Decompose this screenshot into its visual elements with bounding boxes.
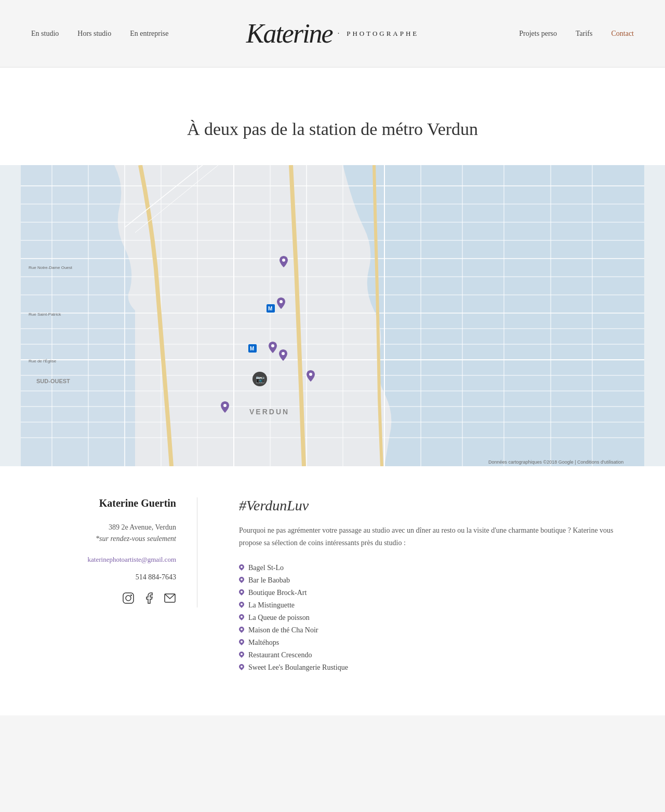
map-svg: Rue Notre-Dame Ouest Rue Saint-Patrick R… — [0, 165, 665, 466]
svg-text:📷: 📷 — [256, 375, 265, 384]
list-item: Sweet Lee's Boulangerie Rustique — [239, 661, 623, 674]
list-item: Maison de thé Cha Noir — [239, 624, 623, 637]
svg-text:M: M — [268, 306, 272, 312]
svg-point-44 — [280, 300, 283, 303]
svg-rect-52 — [123, 593, 134, 603]
list-item: Restaurant Crescendo — [239, 649, 623, 661]
place-name: Restaurant Crescendo — [248, 651, 312, 659]
nav-left: En studio Hors studio En entreprise — [31, 30, 168, 38]
place-name: Maltéhops — [248, 639, 279, 647]
list-pin-icon — [239, 639, 244, 646]
svg-text:Données cartographiques ©2018 : Données cartographiques ©2018 Google | C… — [488, 459, 623, 465]
hero-section: À deux pas de la station de métro Verdun — [0, 99, 665, 165]
nav-right: Projets perso Tarifs Contact — [519, 30, 634, 38]
verdun-title: #VerdunLuv — [239, 497, 623, 514]
list-pin-icon — [239, 602, 244, 609]
list-pin-icon — [239, 577, 244, 584]
hero-title: À deux pas de la station de métro Verdun — [31, 119, 634, 139]
list-pin-icon — [239, 589, 244, 597]
svg-text:M: M — [250, 346, 254, 351]
verdun-list: Bagel St-Lo Bar le Baobab Boutique Brock… — [239, 562, 623, 674]
svg-point-54 — [130, 594, 132, 596]
contact-address: 389 2e Avenue, Verdun *sur rendez-vous s… — [42, 522, 176, 545]
email-link[interactable] — [164, 592, 176, 607]
svg-text:Rue Saint-Patrick: Rue Saint-Patrick — [29, 312, 61, 317]
list-item: Maltéhops — [239, 637, 623, 649]
list-item: La Queue de poisson — [239, 612, 623, 624]
svg-point-43 — [282, 259, 285, 262]
list-pin-icon — [239, 664, 244, 671]
list-pin-icon — [239, 652, 244, 659]
instagram-link[interactable] — [122, 592, 135, 607]
logo-separator: · — [338, 30, 342, 38]
place-name: La Mistinguette — [248, 601, 295, 610]
place-name: Sweet Lee's Boulangerie Rustique — [248, 664, 348, 672]
svg-point-45 — [271, 344, 274, 347]
place-name: Maison de thé Cha Noir — [248, 626, 318, 634]
svg-point-48 — [309, 373, 312, 376]
list-pin-icon — [239, 564, 244, 572]
list-pin-icon — [239, 614, 244, 621]
nav-contact[interactable]: Contact — [611, 30, 634, 38]
header: En studio Hors studio En entreprise Kate… — [0, 0, 665, 67]
svg-text:SUD-OUEST: SUD-OUEST — [36, 378, 70, 384]
list-item: Boutique Brock-Art — [239, 587, 623, 599]
contact-address-line2: *sur rendez-vous seulement — [96, 535, 176, 543]
contact-phone: 514 884-7643 — [42, 573, 176, 581]
logo: Katerine · PHOTOGRAPHE — [246, 20, 419, 47]
nav-tarifs[interactable]: Tarifs — [576, 30, 592, 38]
logo-tag: PHOTOGRAPHE — [347, 30, 419, 38]
svg-point-53 — [126, 596, 131, 601]
main-content: À deux pas de la station de métro Verdun — [0, 67, 665, 715]
svg-point-46 — [282, 352, 285, 355]
nav-en-studio[interactable]: En studio — [31, 30, 59, 38]
footer-section: Katerine Guertin 389 2e Avenue, Verdun *… — [0, 466, 665, 715]
svg-text:Rue de l'Église: Rue de l'Église — [29, 359, 57, 363]
place-name: Bagel St-Lo — [248, 564, 284, 572]
facebook-link[interactable] — [143, 592, 155, 607]
nav-en-entreprise[interactable]: En entreprise — [130, 30, 168, 38]
social-icons — [42, 592, 176, 607]
contact-email[interactable]: katerinephotoartiste@gmail.com — [42, 556, 176, 564]
list-item: Bagel St-Lo — [239, 562, 623, 574]
place-name: Bar le Baobab — [248, 576, 290, 585]
svg-text:VERDUN: VERDUN — [249, 408, 289, 416]
verdun-column: #VerdunLuv Pourquoi ne pas agrémenter vo… — [239, 497, 623, 674]
nav-projets-perso[interactable]: Projets perso — [519, 30, 557, 38]
nav-hors-studio[interactable]: Hors studio — [77, 30, 111, 38]
svg-point-47 — [223, 404, 227, 407]
contact-column: Katerine Guertin 389 2e Avenue, Verdun *… — [42, 497, 197, 607]
place-name: Boutique Brock-Art — [248, 589, 307, 597]
verdun-description: Pourquoi ne pas agrémenter votre passage… — [239, 524, 623, 549]
contact-name: Katerine Guertin — [42, 497, 176, 509]
list-item: Bar le Baobab — [239, 574, 623, 587]
map-section: Rue Notre-Dame Ouest Rue Saint-Patrick R… — [0, 165, 665, 466]
list-pin-icon — [239, 627, 244, 634]
list-item: La Mistinguette — [239, 599, 623, 612]
svg-text:Rue Notre-Dame Ouest: Rue Notre-Dame Ouest — [29, 265, 73, 270]
place-name: La Queue de poisson — [248, 614, 310, 622]
logo-script: Katerine — [246, 20, 332, 47]
contact-address-line1: 389 2e Avenue, Verdun — [109, 523, 176, 531]
